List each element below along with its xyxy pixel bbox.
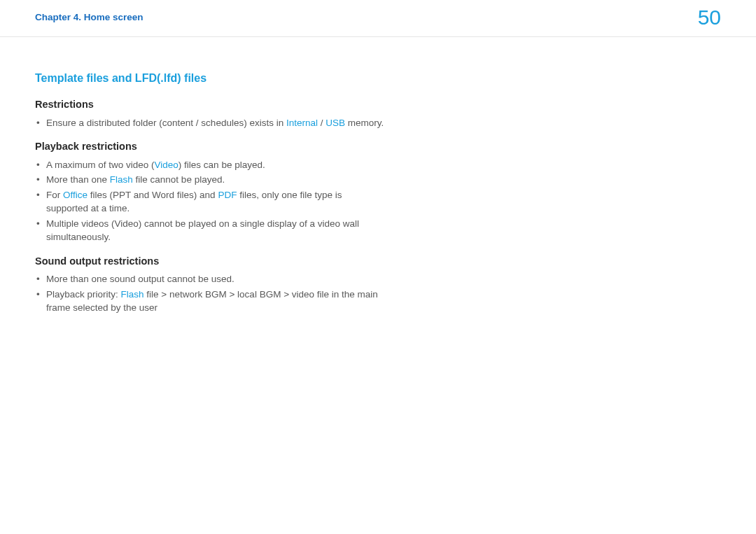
text-fragment: More than one	[46, 174, 110, 185]
list-item: For Office files (PPT and Word files) an…	[35, 188, 385, 216]
highlight-video: Video	[155, 160, 178, 170]
text-fragment: A maximum of two video (	[46, 160, 155, 170]
restrictions-list: Ensure a distributed folder (content / s…	[35, 116, 385, 130]
list-item: Ensure a distributed folder (content / s…	[35, 116, 385, 130]
text-fragment: Playback priority:	[46, 289, 121, 300]
highlight-usb: USB	[326, 118, 345, 128]
text-fragment: ) files can be played.	[178, 160, 265, 170]
list-item: Multiple videos (Video) cannot be played…	[35, 217, 385, 244]
highlight-pdf: PDF	[218, 190, 237, 200]
section-title: Template files and LFD(.lfd) files	[35, 71, 385, 86]
page-root: Chapter 4. Home screen 50 Template files…	[0, 0, 756, 534]
text-fragment: files (PPT and Word files) and	[88, 190, 218, 200]
highlight-internal: Internal	[286, 118, 318, 128]
playback-list: A maximum of two video (Video) files can…	[35, 158, 385, 244]
list-item: More than one sound output cannot be use…	[35, 272, 385, 286]
text-fragment: More than one sound output cannot be use…	[46, 274, 234, 284]
text-fragment: For	[46, 190, 63, 200]
list-item: A maximum of two video (Video) files can…	[35, 158, 385, 172]
text-fragment: file cannot be played.	[133, 174, 225, 185]
highlight-office: Office	[63, 190, 88, 200]
list-item: More than one Flash file cannot be playe…	[35, 173, 385, 187]
text-fragment: /	[318, 118, 326, 128]
page-header: Chapter 4. Home screen 50	[0, 0, 756, 37]
sound-heading: Sound output restrictions	[35, 254, 385, 268]
restrictions-heading: Restrictions	[35, 97, 385, 111]
text-fragment: Ensure a distributed folder (content / s…	[46, 118, 286, 128]
breadcrumb: Chapter 4. Home screen	[35, 11, 144, 24]
sound-list: More than one sound output cannot be use…	[35, 272, 385, 315]
highlight-flash: Flash	[121, 289, 144, 300]
list-item: Playback priority: Flash file > network …	[35, 288, 385, 315]
highlight-flash: Flash	[110, 174, 133, 185]
content-area: Template files and LFD(.lfd) files Restr…	[0, 37, 420, 315]
text-fragment: memory.	[345, 118, 384, 128]
text-fragment: Multiple videos (Video) cannot be played…	[46, 218, 359, 243]
playback-heading: Playback restrictions	[35, 139, 385, 153]
page-number: 50	[698, 7, 721, 28]
